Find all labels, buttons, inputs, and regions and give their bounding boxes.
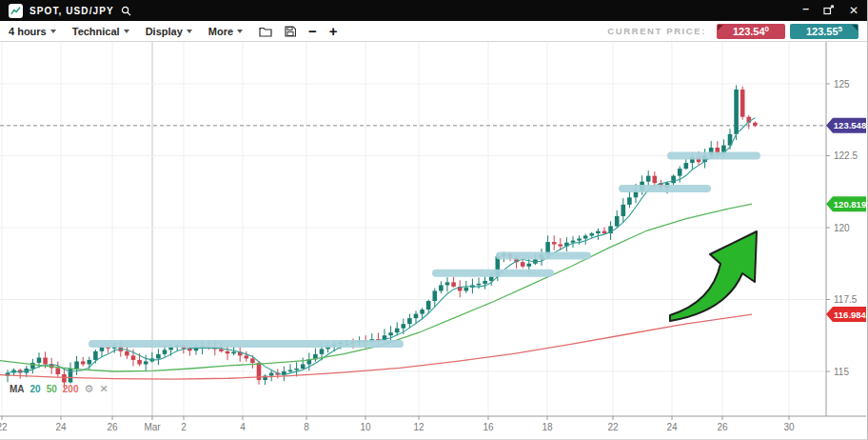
trading-app-window: SPOT, USD/JPY – ✕ 4 hours Technical Disp… [0, 0, 868, 440]
svg-text:22: 22 [607, 422, 619, 432]
technical-label: Technical [72, 26, 120, 37]
candlestick-chart[interactable]: 222426Mar2481012161822242630125122.51201… [0, 42, 868, 440]
svg-text:10: 10 [360, 422, 371, 432]
svg-text:122.5: 122.5 [834, 150, 858, 161]
svg-text:120.819: 120.819 [834, 199, 866, 210]
svg-text:4: 4 [240, 422, 246, 432]
svg-text:123.548: 123.548 [834, 120, 866, 130]
minimize-button[interactable]: – [802, 3, 809, 14]
svg-text:30: 30 [783, 422, 795, 432]
chevron-down-icon [237, 30, 243, 33]
indicator-name: MA [10, 384, 25, 394]
indicator-legend: MA 20 50 200 ⚙ ✕ [10, 384, 108, 394]
indicator-remove-icon[interactable]: ✕ [99, 384, 108, 394]
svg-text:26: 26 [107, 422, 118, 432]
zoom-out-button[interactable]: − [308, 23, 317, 39]
more-label: More [208, 26, 233, 37]
chevron-down-icon [50, 30, 56, 33]
svg-text:18: 18 [542, 422, 553, 432]
svg-text:24: 24 [666, 422, 678, 432]
close-button[interactable]: ✕ [849, 5, 858, 16]
svg-text:16: 16 [483, 422, 494, 432]
svg-text:24: 24 [55, 422, 67, 432]
svg-text:8: 8 [304, 422, 309, 432]
indicator-settings-gear-icon[interactable]: ⚙ [85, 384, 94, 394]
ma20-line [8, 118, 755, 375]
svg-text:120: 120 [834, 223, 850, 233]
svg-text:125: 125 [834, 79, 850, 90]
symbol-title: SPOT, USD/JPY [30, 6, 114, 16]
display-label: Display [146, 26, 183, 37]
chevron-down-icon [187, 30, 192, 33]
bid-price-badge: 123.540 [717, 24, 785, 39]
svg-text:26: 26 [717, 422, 728, 432]
ma50-period-label: 50 [47, 384, 57, 394]
svg-text:116.984: 116.984 [834, 310, 867, 320]
current-price-label: CURRENT PRICE: [607, 26, 706, 36]
search-icon[interactable] [121, 6, 131, 16]
price-marker-badge: 116.984 [826, 307, 867, 322]
ask-price-value: 123.55 [806, 26, 838, 37]
svg-text:22: 22 [0, 422, 8, 432]
svg-text:117.5: 117.5 [834, 294, 858, 305]
chart-toolbar: 4 hours Technical Display More − + CURRE… [0, 21, 867, 42]
technical-dropdown[interactable]: Technical [72, 26, 129, 37]
up-trend-arrow [670, 231, 757, 321]
zoom-in-button[interactable]: + [329, 23, 338, 39]
ask-price-pip: 5 [838, 25, 842, 34]
svg-text:115: 115 [834, 367, 849, 377]
popout-button[interactable] [823, 5, 835, 17]
app-logo-icon [9, 4, 23, 18]
price-marker-badge: 120.819 [826, 196, 866, 211]
svg-text:12: 12 [413, 422, 424, 432]
bid-price-pip: 0 [765, 25, 769, 34]
window-controls: – ✕ [802, 5, 858, 17]
save-icon[interactable] [285, 26, 296, 37]
open-folder-icon[interactable] [259, 26, 272, 37]
timeframe-dropdown[interactable]: 4 hours [9, 26, 56, 37]
title-bar: SPOT, USD/JPY – ✕ [0, 0, 867, 21]
more-dropdown[interactable]: More [208, 26, 243, 37]
chart-canvas[interactable]: 222426Mar2481012161822242630125122.51201… [0, 42, 867, 440]
ma20-period-label: 20 [30, 384, 41, 394]
ask-price-badge: 123.555 [790, 24, 858, 39]
svg-text:Mar: Mar [144, 422, 161, 432]
display-dropdown[interactable]: Display [146, 26, 192, 37]
ma200-period-label: 200 [63, 384, 79, 394]
svg-text:2: 2 [181, 422, 187, 432]
price-marker-badge: 123.548 [826, 118, 866, 133]
bid-price-value: 123.54 [733, 26, 765, 37]
timeframe-label: 4 hours [9, 26, 47, 37]
chevron-down-icon [124, 30, 129, 33]
